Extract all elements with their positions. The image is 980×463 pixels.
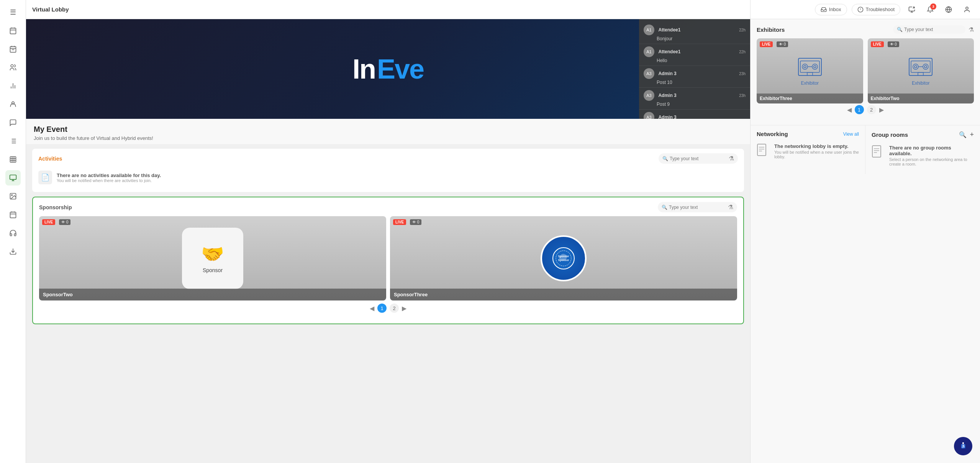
accessibility-button[interactable]: ♿ [954,437,972,455]
notification-button[interactable]: 3 [923,3,937,16]
exhibitors-filter-icon[interactable]: ⚗ [969,26,974,33]
exhibitor-three-icon [796,56,823,77]
exhibitors-search-icon: 🔍 [897,27,903,32]
exhibitor-two-live: LIVE [871,41,884,47]
sponsor-live-badge-two: LIVE [42,219,55,225]
group-rooms-search-icon[interactable]: 🔍 [959,131,967,138]
sponsor-card-three[interactable]: Sponsor Sponsor LIVE 👁 0 SponsorThree [390,216,737,300]
svg-point-48 [802,64,808,69]
troubleshoot-icon [857,7,864,13]
networking-empty-icon [757,143,770,157]
chat-avatar: A3 [644,90,654,101]
left-panel: Virtual Lobby InEve A1 Attendee1 22h Bon… [26,0,750,463]
sidebar-item-download[interactable] [5,244,21,259]
sidebar-item-chart[interactable] [5,78,21,94]
sponsor-view-count-three: 👁 0 [410,219,421,225]
sponsor-badge-three: Sponsor Sponsor [541,235,587,281]
sidebar-item-support[interactable] [5,225,21,241]
sidebar-item-calendar[interactable] [5,23,21,38]
svg-rect-4 [10,46,16,52]
chat-message: A3 Admin 3 23h Post 10 [639,66,750,88]
person-icon [9,100,17,108]
bottom-sections: Networking View all The networking lobby [751,125,980,174]
user-button[interactable] [960,3,974,16]
sidebar-item-cal2[interactable] [5,207,21,222]
svg-point-50 [812,64,818,69]
inbox-label: Inbox [829,7,841,12]
search-icon: 🔍 [662,156,668,161]
exhibitors-header: Exhibitors 🔍 ⚗ [757,25,974,34]
sidebar-item-hamburger[interactable]: ☰ [5,5,21,20]
svg-point-57 [914,66,917,68]
svg-point-9 [11,65,13,67]
sponsorship-page-1[interactable]: 1 [377,304,387,313]
sidebar-item-table[interactable] [5,152,21,167]
globe-icon [945,6,952,13]
exhibitors-search-input[interactable] [904,27,962,32]
sponsorship-next-btn[interactable]: ▶ [402,305,406,312]
group-rooms-add-icon[interactable]: + [970,131,974,139]
troubleshoot-button[interactable]: Troubleshoot [852,4,900,15]
activities-search[interactable]: 🔍 ⚗ [659,153,738,164]
sidebar: ☰ [0,0,26,463]
sponsorship-page-2[interactable]: 2 [390,304,399,313]
banner-eve: Eve [377,53,424,85]
activities-search-input[interactable] [670,156,727,161]
event-title: My Event [34,125,742,134]
group-rooms-empty-icon [872,145,885,159]
sidebar-item-list1[interactable] [5,133,21,149]
sidebar-item-image[interactable] [5,189,21,204]
exhibitor-two-views: 👁 0 [888,41,899,47]
exhibitor-card-three[interactable]: Exhibitor LIVE 👁 0 ExhibitorThree [757,38,863,103]
main-container: Virtual Lobby InEve A1 Attendee1 22h Bon… [26,0,980,463]
sidebar-item-monitor[interactable] [5,170,21,186]
banner-section: InEve A1 Attendee1 22h Bonjour A1 Attend… [26,19,750,119]
chat-username: Admin 3 [658,93,676,98]
group-rooms-doc-svg [872,145,884,159]
exhibitor-three-name: ExhibitorThree [757,94,863,103]
chat-text: Hello [644,58,746,63]
exhibitor-card-two[interactable]: Exhibitor LIVE 👁 0 ExhibitorTwo [868,38,974,103]
exhibitor-pagination: ◀ 1 2 ▶ [757,103,974,119]
exhibitor-page-2[interactable]: 2 [867,105,876,114]
svg-point-56 [913,64,918,69]
sidebar-item-event[interactable] [5,41,21,57]
exhibitors-title: Exhibitors [757,26,785,33]
networking-empty: The networking lobby is empty. You will … [757,141,859,161]
sidebar-item-people[interactable] [5,60,21,75]
screen-share-icon [908,6,915,13]
event-icon [9,45,17,53]
sidebar-item-person[interactable] [5,97,21,112]
activities-filter-icon[interactable]: ⚗ [729,155,734,162]
sponsorship-search-input[interactable] [669,205,726,210]
svg-text:Sponsor: Sponsor [558,259,569,262]
chat-time: 23h [739,94,746,98]
exhibitor-prev-btn[interactable]: ◀ [847,106,852,113]
exhibitor-next-btn[interactable]: ▶ [879,106,884,113]
sponsorship-search-icon: 🔍 [662,205,667,210]
activities-section: Activities 🔍 ⚗ 📄 There are no activities… [32,149,744,192]
sponsorship-prev-btn[interactable]: ◀ [370,305,374,312]
svg-rect-66 [872,146,881,157]
page-title: Virtual Lobby [32,6,69,13]
svg-rect-53 [807,72,813,76]
svg-rect-61 [918,72,923,76]
screen-share-button[interactable] [905,3,919,16]
globe-button[interactable] [942,3,955,16]
sponsor-live-badge-three: LIVE [393,219,406,225]
chat-message: A1 Attendee1 22h Hello [639,44,750,66]
activities-empty-title: There are no activities available for th… [57,172,161,178]
sponsorship-filter-icon[interactable]: ⚗ [728,204,733,211]
exhibitor-page-1[interactable]: 1 [855,105,864,114]
networking-view-all[interactable]: View all [843,131,859,137]
sponsor-card-two[interactable]: 🤝 Sponsor LIVE 👁 0 SponsorTwo [39,216,386,300]
right-top-bar: Inbox Troubleshoot 3 [751,0,980,19]
svg-point-49 [804,66,806,68]
sponsorship-search[interactable]: 🔍 ⚗ [658,202,737,212]
top-bar: Virtual Lobby [26,0,750,19]
inbox-button[interactable]: Inbox [815,4,847,15]
sponsorship-pagination: ◀ 1 2 ▶ [39,300,737,319]
chat-avatar: A1 [644,46,654,57]
sidebar-item-chat[interactable] [5,115,21,130]
exhibitors-search[interactable]: 🔍 [893,25,965,34]
